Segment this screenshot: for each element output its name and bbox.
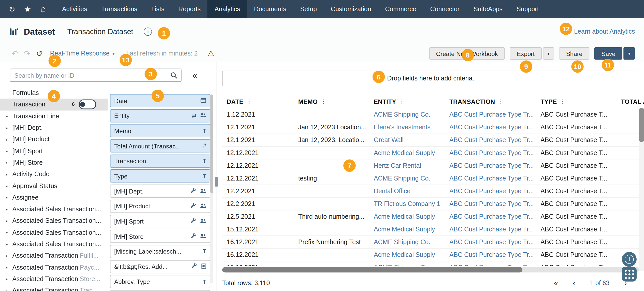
entity-link[interactable]: TR Fictious Company 1 [374,200,449,207]
transaction-link[interactable]: ABC Cust Purchase Type Tr... [449,213,540,220]
sidebar-item-associated-transaction[interactable]: ▸Associated TransactionFulfil... [0,250,108,262]
column-menu-icon[interactable]: ⋮ [321,98,326,105]
sidebar-item-associated-sales-transaction[interactable]: ▸Associated Sales Transaction... [0,227,108,238]
expand-arrow-icon[interactable]: ▸ [6,242,12,246]
first-page-button[interactable]: « [554,280,558,287]
transaction-link[interactable]: ABC Cust Purchase Type Tr... [449,149,540,157]
field-chip-mh-store[interactable]: [MH] Store [110,230,210,243]
sidebar-item-approval-status[interactable]: ▸Approval Status [0,180,108,192]
field-chip-total-amount-transac[interactable]: Total Amount (Transac...# [110,139,210,153]
transaction-link[interactable]: ABC Cust Purchase Type Tr... [449,200,540,207]
share-button[interactable]: Share [559,47,589,60]
transaction-link[interactable]: ABC Cust Purchase Type Tr... [449,175,540,182]
expand-arrow-icon[interactable]: ▸ [6,126,12,130]
column-menu-icon[interactable]: ⋮ [246,98,252,105]
transaction-link[interactable]: ABC Cust Purchase Type Tr... [449,124,540,131]
sidebar-item-mh-product[interactable]: ▸[MH] Product [0,134,108,145]
collapse-panel-icon[interactable]: « [192,70,197,80]
prev-page-button[interactable]: ‹ [573,280,575,287]
sidebar-item-associated-sales-transaction[interactable]: ▸Associated Sales Transaction... [0,215,108,227]
expand-arrow-icon[interactable]: ▸ [6,207,12,212]
expand-arrow-icon[interactable]: ▸ [6,195,12,200]
nav-item-documents[interactable]: Documents [247,0,293,18]
column-menu-icon[interactable]: ⋮ [498,98,504,105]
shortcuts-star-icon[interactable]: ★ [21,2,35,16]
nav-item-lists[interactable]: Lists [144,0,171,18]
expand-arrow-icon[interactable]: ▸ [6,160,12,165]
transaction-link[interactable]: ABC Cust Purchase Type Tr... [449,111,540,118]
transaction-link[interactable]: ABC Cust Purchase Type Tr... [449,251,540,258]
field-chip-mh-dept[interactable]: [MH] Dept. [110,185,210,198]
sidebar-item-mh-sport[interactable]: ▸[MH] Sport [0,145,108,157]
sidebar-item-transaction-line[interactable]: ▸Transaction Line [0,110,108,122]
expand-arrow-icon[interactable]: ▸ [6,230,12,235]
scrollbar-thumb[interactable] [222,267,522,272]
expand-arrow-icon[interactable]: ▸ [6,149,12,154]
sidebar-item-associated-transaction[interactable]: ▸Associated TransactionTran... [0,285,108,291]
sidebar-item-associated-sales-transaction[interactable]: ▸Associated Sales Transaction... [0,203,108,215]
field-chip-entity[interactable]: Entity⇄ [110,109,210,122]
export-button[interactable]: Export [510,47,542,60]
sidebar-item-assignee[interactable]: ▸Assignee [0,192,108,203]
entity-link[interactable]: Acme Medical Supply [374,213,449,220]
search-input[interactable] [10,72,167,79]
sidebar-item-mh-store[interactable]: ▸[MH] Store [0,157,108,169]
transaction-link[interactable]: ABC Cust Purchase Type Tr... [449,136,540,144]
expand-arrow-icon[interactable]: ▸ [6,265,12,270]
transaction-link[interactable]: ABC Cust Purchase Type Tr... [449,264,540,266]
record-toggle[interactable] [79,100,96,109]
entity-link[interactable]: Acme Medical Supply [374,149,449,157]
field-chip-memo[interactable]: MemoT [110,124,210,137]
entity-link[interactable]: ACME Shipping Co. [374,264,449,266]
expand-arrow-icon[interactable]: ▸ [6,219,12,223]
field-chip-type[interactable]: TypeT [110,170,210,183]
field-chip-mh-sport[interactable]: [MH] Sport [110,215,210,228]
field-chip-transaction[interactable]: TransactionT [110,155,210,168]
info-icon[interactable]: i [144,27,152,36]
expand-arrow-icon[interactable]: ▸ [6,137,12,142]
nav-item-transactions[interactable]: Transactions [94,0,144,18]
export-dropdown-button[interactable]: ▾ [543,47,554,60]
scrollbar-thumb[interactable] [210,94,213,193]
search-icon[interactable] [167,72,181,79]
nav-item-setup[interactable]: Setup [293,0,324,18]
sidebar-item-activity-code[interactable]: ▸Activity Code [0,169,108,180]
field-chip-missing-label-salesch[interactable]: [Missing Label:salesch...T [110,245,210,258]
entity-link[interactable]: Great Wall [374,136,449,144]
undo-icon[interactable]: ↶ [11,50,18,58]
expand-arrow-icon[interactable]: ▸ [6,277,12,281]
sidebar-item-associated-sales-transaction[interactable]: ▸Associated Sales Transaction... [0,238,108,250]
redo-icon[interactable]: ↷ [24,50,30,58]
criteria-drop-zone[interactable]: Drop fields here to add criteria. [222,71,639,86]
entity-link[interactable]: ACME Shipping Co. [374,175,449,182]
transaction-link[interactable]: ABC Cust Purchase Type Tr... [449,226,540,233]
entity-link[interactable]: Acme Medical Supply [374,226,449,233]
nav-item-activities[interactable]: Activities [55,0,94,18]
panel-resize-handle[interactable] [215,177,218,187]
field-chip-lt-b-gt-res-add[interactable]: &lt;b&gt;Res. Add... [110,260,210,273]
vertical-scrollbar[interactable] [639,108,644,271]
refresh-history-icon[interactable]: ↺ [36,50,43,58]
expand-arrow-icon[interactable]: ▸ [6,172,12,177]
nav-item-connector[interactable]: Connector [423,0,466,18]
entity-link[interactable]: Dental Office [374,187,449,195]
field-list-scrollbar[interactable] [210,94,213,284]
entity-link[interactable]: Elena's Investments [374,124,449,131]
transaction-link[interactable]: ABC Cust Purchase Type Tr... [449,238,540,246]
nav-item-reports[interactable]: Reports [171,0,208,18]
nav-item-analytics[interactable]: Analytics [208,0,247,18]
help-button[interactable]: i [622,252,637,267]
recent-records-icon[interactable]: ↻ [5,2,19,16]
sidebar-item-associated-transaction[interactable]: ▸Associated TransactionStore... [0,273,108,285]
save-dropdown-button[interactable]: ▾ [624,47,635,60]
entity-link[interactable]: Hertz Car Rental [374,162,449,169]
nav-item-commerce[interactable]: Commerce [378,0,423,18]
expand-arrow-icon[interactable]: ▸ [6,184,12,188]
expand-arrow-icon[interactable]: ▸ [6,114,12,119]
column-menu-icon[interactable]: ⋮ [560,98,566,105]
nav-item-customization[interactable]: Customization [324,0,378,18]
learn-about-analytics-link[interactable]: Learn about Analytics [574,28,635,35]
transaction-link[interactable]: ABC Cust Purchase Type Tr... [449,162,540,169]
home-icon[interactable]: ⌂ [36,2,50,16]
horizontal-scrollbar[interactable] [222,267,639,272]
